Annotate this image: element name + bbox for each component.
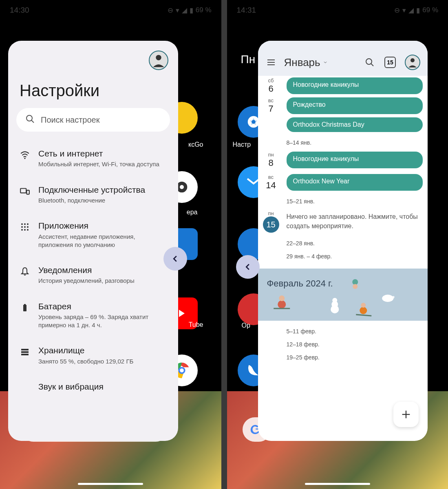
svg-point-27 <box>247 116 259 128</box>
calendar-day-row[interactable]: Orthodox Christmas Day <box>258 116 428 134</box>
svg-rect-26 <box>21 354 29 355</box>
svg-point-3 <box>178 367 185 374</box>
svg-rect-23 <box>24 304 26 305</box>
day-num: 7 <box>261 104 281 114</box>
devices-icon <box>19 185 31 197</box>
dnd-icon: ⊖ <box>394 6 400 15</box>
menu-icon[interactable] <box>265 57 277 68</box>
bg-day-label: Пн <box>241 53 256 66</box>
bg-app-label: Op <box>242 322 250 329</box>
month-selector[interactable]: Январь <box>284 56 357 69</box>
svg-point-15 <box>27 223 29 225</box>
svg-point-4 <box>180 368 184 372</box>
settings-item-battery[interactable]: Батарея Уровень заряда – 69 %. Заряда хв… <box>14 293 172 337</box>
settings-item-sub: Уровень заряда – 69 %. Заряда хватит при… <box>38 313 168 330</box>
svg-point-46 <box>382 295 393 302</box>
home-indicator[interactable] <box>305 483 370 485</box>
svg-point-44 <box>352 279 358 285</box>
day-of-week: вс <box>261 97 281 104</box>
svg-point-20 <box>24 229 26 231</box>
sound-icon <box>19 382 31 394</box>
phone-right: 14:31 ⊖ ▾ ◢ ▮ 69 % Пн Настр Op <box>227 0 448 489</box>
battery-icon: ▮ <box>416 6 420 15</box>
svg-point-16 <box>21 226 23 228</box>
battery-icon <box>19 302 31 314</box>
dnd-icon: ⊖ <box>168 6 173 15</box>
event-pill[interactable]: Рождество <box>287 97 423 114</box>
svg-rect-22 <box>23 305 26 311</box>
settings-item-storage[interactable]: Хранилище Занято 55 %, свободно 129,02 Г… <box>14 337 172 373</box>
calendar-header: Январь 15 <box>258 41 428 76</box>
day-num: 8 <box>261 158 281 168</box>
settings-item-notifications[interactable]: Уведомления История уведомлений, разгово… <box>14 257 172 293</box>
search-icon <box>25 114 35 126</box>
event-pill[interactable]: Orthodox New Year <box>287 174 423 191</box>
search-input[interactable]: Поиск настроек <box>16 108 170 132</box>
profile-avatar[interactable] <box>405 55 420 70</box>
status-time: 14:30 <box>10 6 29 15</box>
winter-illustration <box>258 276 428 321</box>
week-range-label: 22–28 янв. <box>258 234 428 251</box>
status-bar: 14:31 ⊖ ▾ ◢ ▮ 69 % <box>227 0 448 20</box>
svg-point-34 <box>410 58 415 62</box>
week-range-label: 15–21 янв. <box>258 192 428 209</box>
svg-point-19 <box>21 229 23 231</box>
settings-item-connected[interactable]: Подключенные устройства Bluetooth, подкл… <box>14 177 172 212</box>
battery-percent: 69 % <box>196 6 212 14</box>
bg-app-label: Настр <box>233 141 251 148</box>
page-title: Настройки <box>20 82 167 100</box>
calendar-card: Январь 15 сб 6 Новог <box>258 41 428 441</box>
settings-item-apps[interactable]: Приложения Ассистент, недавние приложени… <box>14 213 172 256</box>
back-gesture-indicator[interactable] <box>236 255 260 279</box>
calendar-day-row[interactable]: сб 6 Новогодние каникулы <box>258 76 428 96</box>
week-range-label: 29 янв. – 4 февр. <box>258 251 428 264</box>
svg-line-33 <box>371 64 373 66</box>
svg-point-42 <box>361 303 366 308</box>
event-pill[interactable]: Новогодние каникулы <box>287 152 423 168</box>
empty-day-message[interactable]: Ничего не запланировано. Нажмите, чтобы … <box>287 212 423 231</box>
battery-icon: ▮ <box>190 6 193 15</box>
svg-rect-11 <box>20 188 26 193</box>
svg-point-17 <box>24 226 26 228</box>
back-gesture-indicator[interactable] <box>163 247 187 271</box>
day-of-week: пн <box>261 152 281 158</box>
svg-point-1 <box>180 185 184 189</box>
settings-item-label: Хранилище <box>38 345 168 356</box>
battery-percent: 69 % <box>422 6 438 14</box>
day-of-week: пн <box>261 210 281 216</box>
settings-item-label: Звук и вибрация <box>38 381 168 392</box>
today-button[interactable]: 15 <box>384 57 396 68</box>
svg-point-21 <box>27 229 29 231</box>
settings-item-network[interactable]: Сеть и интернет Мобильный интернет, Wi-F… <box>14 141 172 176</box>
svg-point-45 <box>353 284 358 289</box>
day-of-week: вс <box>261 174 281 180</box>
plus-icon <box>400 409 412 420</box>
search-icon[interactable] <box>364 57 375 68</box>
status-bar: 14:30 ⊖ ▾ ◢ ▮ 69 % <box>0 0 221 20</box>
event-pill[interactable]: Orthodox Christmas Day <box>287 117 423 132</box>
profile-avatar[interactable] <box>149 51 168 70</box>
today-circle: 15 <box>263 216 279 233</box>
week-range-label: 5–11 февр. <box>258 321 428 339</box>
svg-rect-12 <box>26 190 29 194</box>
wifi-icon <box>19 149 31 161</box>
svg-rect-24 <box>21 349 29 350</box>
settings-item-label: Уведомления <box>38 264 168 276</box>
add-event-fab[interactable] <box>393 402 419 427</box>
settings-item-label: Сеть и интернет <box>38 148 168 159</box>
settings-item-sound[interactable]: Звук и вибрация <box>14 374 172 401</box>
settings-item-label: Приложения <box>38 220 168 231</box>
home-indicator[interactable] <box>78 483 143 485</box>
chevron-down-icon <box>323 60 328 65</box>
svg-point-18 <box>27 226 29 228</box>
calendar-day-row[interactable]: пн 8 Новогодние каникулы <box>258 150 428 170</box>
settings-item-label: Подключенные устройства <box>38 184 168 196</box>
calendar-day-row[interactable]: вс 14 Orthodox New Year <box>258 172 428 192</box>
calendar-day-row[interactable]: вс 7 Рождество <box>258 96 428 116</box>
day-num: 14 <box>261 180 281 191</box>
svg-point-32 <box>366 59 372 64</box>
event-pill[interactable]: Новогодние каникулы <box>287 77 423 94</box>
settings-item-sub: Ассистент, недавние приложения, приложен… <box>38 233 168 249</box>
calendar-today-row[interactable]: пн 15 Ничего не запланировано. Нажмите, … <box>258 209 428 234</box>
phone-left: 14:30 ⊖ ▾ ◢ ▮ 69 % ксGo ера Tube <box>0 0 221 489</box>
